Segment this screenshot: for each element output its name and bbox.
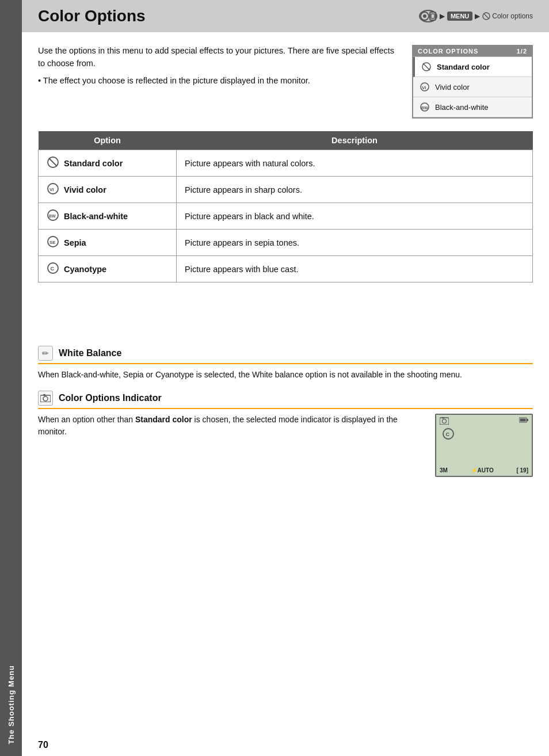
sidebar-label: The Shooting Menu <box>7 665 16 744</box>
sepia-icon: SE <box>47 235 59 250</box>
indicator-body-part1: When an option other than <box>38 415 135 424</box>
table-cell-desc: Picture appears in sharp colors. <box>177 177 533 203</box>
spacer <box>38 300 533 346</box>
menu-item-standard-label: Standard color <box>437 63 490 71</box>
cyanotype-icon: C <box>47 262 59 276</box>
breadcrumb: ▶ MENU ▶ Color options <box>419 10 533 22</box>
svg-rect-3 <box>431 14 434 18</box>
white-balance-header: ✏ White Balance <box>38 346 533 364</box>
table-cell-desc: Picture appears in black and white. <box>177 203 533 230</box>
menu-item-bw: BW Black-and-white <box>413 97 532 117</box>
table-row: VI Vivid color Picture appears in sharp … <box>39 177 533 203</box>
svg-text:C: C <box>51 266 55 272</box>
standard-color-label: Standard color <box>64 159 123 168</box>
table-header-option: Option <box>39 131 177 150</box>
indicator-header: Color Options Indicator <box>38 391 533 409</box>
intro-bullets: The effect you choose is reflected in th… <box>38 75 401 87</box>
camera-display-top <box>436 415 532 428</box>
svg-rect-29 <box>527 419 528 421</box>
white-balance-note: ✏ White Balance When Black-and-white, Se… <box>38 346 533 381</box>
table-header-desc: Description <box>177 131 533 150</box>
camera-display-bottom: 3M ⚡AUTO [ 19] <box>436 467 532 474</box>
menu-screenshot: COLOR OPTIONS 1/2 Standard color <box>412 45 533 119</box>
svg-rect-30 <box>520 418 526 421</box>
indicator-body-bold: Standard color <box>135 415 192 424</box>
battery-icon <box>519 417 528 426</box>
page-header: Color Options ▶ MENU ▶ Color options <box>22 0 549 32</box>
page-title: Color Options <box>38 7 146 25</box>
arrow-2: ▶ <box>475 12 480 20</box>
table-cell-option: BW Black-and-white <box>39 203 177 230</box>
white-balance-title: White Balance <box>59 348 121 358</box>
bw-icon: BW <box>47 209 59 223</box>
table-cell-desc: Picture appears with natural colors. <box>177 150 533 177</box>
intro-paragraph: Use the options in this menu to add spec… <box>38 45 401 70</box>
camera-display: C 3M ⚡AUTO [ 19] <box>435 414 533 477</box>
menu-screenshot-header: COLOR OPTIONS 1/2 <box>413 46 532 57</box>
camera-mode-icon <box>440 417 449 426</box>
pencil-icon: ✏ <box>38 346 53 361</box>
indicator-section: When an option other than Standard color… <box>38 414 533 477</box>
table-row: BW Black-and-white Picture appears in bl… <box>39 203 533 230</box>
svg-line-5 <box>484 14 489 18</box>
sidebar: The Shooting Menu <box>0 0 22 756</box>
svg-line-13 <box>49 158 57 166</box>
shots-display: [ 19] <box>516 467 528 474</box>
table-row: C Cyanotype Picture appears with blue ca… <box>39 256 533 282</box>
record-icon <box>419 10 437 22</box>
table-cell-option: VI Vivid color <box>39 177 177 203</box>
svg-text:BW: BW <box>421 106 428 110</box>
menu-standard-icon <box>421 61 432 72</box>
svg-point-26 <box>443 419 447 423</box>
options-table: Option Description Standard color <box>38 131 533 282</box>
resolution-display: 3M <box>440 467 448 474</box>
svg-rect-25 <box>440 418 449 425</box>
menu-badge: MENU <box>447 12 472 21</box>
svg-text:SE: SE <box>49 240 56 245</box>
standard-color-icon <box>47 156 59 170</box>
white-balance-body: When Black-and-white, Sepia or Cyanotype… <box>38 369 533 381</box>
menu-vivid-icon: VI <box>419 81 430 93</box>
svg-point-23 <box>43 396 48 401</box>
svg-text:VI: VI <box>49 187 54 192</box>
svg-rect-24 <box>43 394 45 396</box>
svg-rect-27 <box>442 417 444 419</box>
menu-bw-icon: BW <box>419 101 430 113</box>
vivid-color-icon: VI <box>47 182 59 197</box>
indicator-body: When an option other than Standard color… <box>38 414 424 438</box>
flash-display: ⚡AUTO <box>471 467 494 474</box>
table-cell-option: C Cyanotype <box>39 256 177 282</box>
table-cell-desc: Picture appears with blue cast. <box>177 256 533 282</box>
indicator-note: Color Options Indicator When an option o… <box>38 391 533 477</box>
menu-item-vivid-label: Vivid color <box>435 83 470 91</box>
cyanotype-label: Cyanotype <box>64 265 106 274</box>
table-cell-desc: Picture appears in sepia tones. <box>177 230 533 256</box>
bw-label: Black-and-white <box>64 212 128 221</box>
color-mode-indicator: C <box>442 427 455 442</box>
arrow-1: ▶ <box>440 12 445 20</box>
menu-item-standard: Standard color <box>413 57 532 77</box>
svg-point-1 <box>423 14 426 18</box>
sepia-label: Sepia <box>64 238 86 247</box>
breadcrumb-section: Color options <box>482 12 533 21</box>
svg-line-7 <box>423 63 430 70</box>
svg-text:BW: BW <box>49 214 56 218</box>
svg-text:C: C <box>446 432 450 437</box>
menu-item-bw-label: Black-and-white <box>435 103 489 112</box>
svg-text:VI: VI <box>422 85 426 90</box>
intro-text: Use the options in this menu to add spec… <box>38 45 401 119</box>
table-row: SE Sepia Picture appears in sepia tones. <box>39 230 533 256</box>
table-row: Standard color Picture appears with natu… <box>39 150 533 177</box>
table-cell-option: SE Sepia <box>39 230 177 256</box>
page-number: 70 <box>38 740 48 750</box>
table-cell-option: Standard color <box>39 150 177 177</box>
intro-bullet: The effect you choose is reflected in th… <box>38 75 401 87</box>
intro-section: Use the options in this menu to add spec… <box>38 45 533 119</box>
camera-icon-small <box>38 391 53 406</box>
main-content: Color Options ▶ MENU ▶ Color options <box>22 0 549 756</box>
indicator-title: Color Options Indicator <box>59 393 162 403</box>
vivid-color-label: Vivid color <box>64 185 106 194</box>
menu-item-vivid: VI Vivid color <box>413 77 532 97</box>
